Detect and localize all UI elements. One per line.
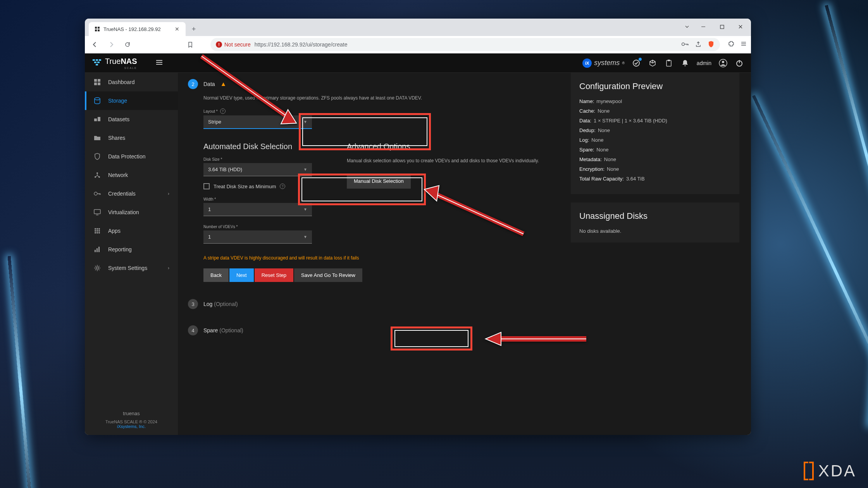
sidebar-item-credentials[interactable]: Credentials › — [85, 184, 178, 203]
dashboard-icon — [93, 78, 101, 86]
svg-point-33 — [96, 230, 98, 232]
close-window-button[interactable] — [732, 20, 749, 33]
config-title: Configuration Preview — [579, 81, 731, 91]
close-tab-icon[interactable]: ✕ — [174, 26, 180, 32]
config-label: Encryption: — [579, 166, 604, 172]
logo-icon — [92, 58, 103, 69]
sidebar-label: Apps — [108, 228, 121, 234]
chevron-right-icon: › — [168, 265, 169, 271]
sidebar-label: Shares — [108, 135, 125, 141]
sidebar-item-data-protection[interactable]: Data Protection — [85, 147, 178, 166]
sidebar-item-datasets[interactable]: Datasets — [85, 110, 178, 129]
maximize-button[interactable] — [713, 20, 731, 33]
reload-button[interactable] — [121, 38, 134, 51]
sidebar-label: Dashboard — [108, 79, 135, 85]
disk-size-select[interactable]: 3.64 TiB (HDD) ▼ — [203, 163, 312, 176]
width-label: Width * — [203, 197, 331, 201]
sidebar-label: System Settings — [108, 265, 147, 271]
tabs-dropdown-icon[interactable] — [680, 20, 694, 33]
app-topbar: TrueNAS SCALE iX systems® — [85, 53, 751, 73]
ixsystems-logo[interactable]: iX systems® — [582, 58, 625, 68]
bell-icon[interactable] — [680, 58, 690, 68]
treat-min-checkbox[interactable] — [203, 183, 210, 189]
annotation-arrow — [409, 184, 529, 240]
menu-icon[interactable] — [740, 40, 747, 49]
width-select[interactable]: 1 ▼ — [203, 203, 312, 216]
sidebar-item-virtualization[interactable]: Virtualization — [85, 203, 178, 222]
svg-rect-4 — [96, 59, 98, 61]
unassigned-disks-card: Unassigned Disks No disks available. — [571, 203, 739, 242]
url-text: https://192.168.29.92/ui/storage/create — [255, 41, 348, 48]
sidebar-item-apps[interactable]: Apps — [85, 222, 178, 240]
disk-size-label: Disk Size * — [203, 157, 331, 162]
sidebar-item-reporting[interactable]: Reporting — [85, 240, 178, 259]
folder-icon — [93, 134, 101, 142]
next-button[interactable]: Next — [229, 268, 254, 282]
svg-rect-40 — [98, 247, 100, 252]
chevron-down-icon: ▼ — [303, 207, 307, 211]
reset-step-button[interactable]: Reset Step — [255, 268, 293, 282]
minimize-button[interactable] — [694, 20, 712, 33]
svg-point-13 — [722, 61, 724, 63]
sidebar-item-dashboard[interactable]: Dashboard — [85, 73, 178, 91]
company-link[interactable]: iXsystems, Inc. — [117, 424, 146, 429]
svg-rect-10 — [666, 60, 671, 66]
status-icon[interactable] — [632, 58, 641, 68]
svg-rect-21 — [94, 119, 97, 121]
svg-rect-8 — [96, 64, 98, 65]
config-label: Cache: — [579, 108, 595, 114]
save-review-button[interactable]: Save And Go To Review — [294, 268, 362, 282]
sidebar-item-storage[interactable]: Storage — [85, 91, 178, 110]
unassigned-title: Unassigned Disks — [579, 211, 731, 221]
user-avatar-icon[interactable] — [718, 58, 728, 68]
sidebar-label: Datasets — [108, 116, 129, 122]
share-icon[interactable] — [695, 41, 701, 48]
browser-tab[interactable]: TrueNAS - 192.168.29.92 ✕ — [89, 22, 186, 36]
manual-disk-button[interactable]: Manual Disk Selection — [347, 174, 411, 189]
svg-point-31 — [98, 228, 100, 230]
back-button[interactable]: Back — [203, 268, 229, 282]
chevron-down-icon: ▼ — [303, 167, 307, 172]
vdevs-select[interactable]: 1 ▼ — [203, 230, 312, 244]
svg-rect-5 — [99, 59, 101, 61]
power-icon[interactable] — [735, 58, 744, 68]
back-nav-button[interactable] — [89, 38, 101, 51]
svg-rect-16 — [94, 79, 97, 82]
config-row: Name:mynewpool — [579, 98, 731, 104]
sidebar-item-shares[interactable]: Shares — [85, 129, 178, 147]
svg-point-37 — [98, 232, 100, 234]
address-bar: ! Not secure https://192.168.29.92/ui/st… — [85, 36, 751, 53]
svg-point-20 — [95, 98, 100, 100]
svg-line-46 — [434, 193, 524, 234]
cube-icon[interactable] — [648, 58, 657, 68]
sidebar-label: Storage — [108, 98, 127, 104]
new-tab-button[interactable]: + — [188, 23, 200, 35]
svg-rect-1 — [720, 25, 724, 29]
brave-shield-icon[interactable] — [708, 41, 715, 49]
help-icon[interactable]: ? — [280, 184, 285, 189]
clipboard-icon[interactable] — [664, 58, 673, 68]
sidebar: Dashboard Storage Datasets Shares Data P… — [85, 73, 178, 435]
sidebar-toggle-icon[interactable] — [155, 58, 164, 68]
config-preview-card: Configuration Preview Name:mynewpoolCach… — [571, 73, 739, 194]
config-value: None — [598, 108, 610, 114]
svg-rect-7 — [97, 62, 100, 63]
config-label: Name: — [579, 98, 594, 104]
svg-rect-6 — [94, 62, 96, 63]
config-value: 1 × STRIPE | 1 × 3.64 TiB (HDD) — [594, 118, 667, 124]
config-label: Total Raw Capacity: — [579, 176, 624, 182]
password-key-icon[interactable] — [681, 41, 689, 48]
extensions-icon[interactable] — [728, 40, 735, 49]
sidebar-label: Virtualization — [108, 209, 139, 215]
hostname: truenas — [91, 411, 172, 416]
svg-rect-19 — [98, 82, 100, 85]
step-3-header[interactable]: 3 Log (Optional) — [188, 294, 549, 315]
network-icon — [93, 171, 101, 179]
truenas-logo[interactable]: TrueNAS SCALE — [92, 57, 137, 69]
sidebar-item-system-settings[interactable]: System Settings › — [85, 259, 178, 277]
annotation-arrow — [476, 329, 588, 349]
svg-point-34 — [98, 230, 100, 232]
advanced-title: Advanced Options — [347, 142, 549, 151]
sidebar-item-network[interactable]: Network — [85, 166, 178, 184]
config-row: Cache:None — [579, 108, 731, 114]
